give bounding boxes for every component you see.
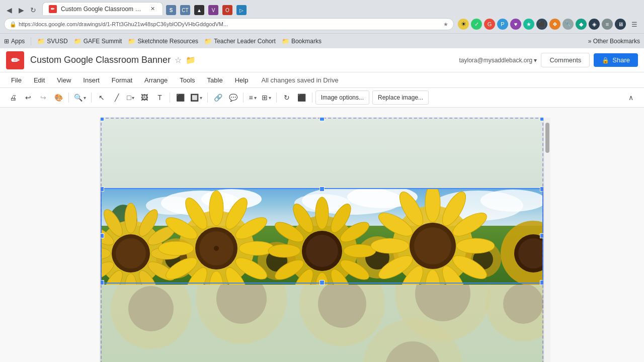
bookmark-svusd[interactable]: 📁 SVUSD [37,38,67,45]
toolbar-sep-4 [207,93,208,103]
address-bar[interactable]: 🔒 https://docs.google.com/drawings/d/1-R… [4,18,454,30]
line-button[interactable]: ╱ [110,90,124,105]
gdocs-titlebar: ✏ Custom Google Classroom Banner ☆ 📁 tay… [0,48,644,72]
folder-location-icon[interactable]: 📁 [186,55,196,65]
redo-button[interactable]: ↪ [36,90,50,105]
bookmark-sketchnote[interactable]: 📁 Sketchnote Resources [128,38,198,45]
svg-point-62 [209,191,223,226]
active-tab[interactable]: ✏ Custom Google Classroom Banner ✕ [42,2,163,15]
folder-icon-5: 📁 [282,38,289,45]
scrollbar-thumb[interactable] [545,123,549,153]
browser-chrome: ◀ ▶ ↻ ✏ Custom Google Classroom Banner ✕… [0,0,644,48]
bookmarks-bar: ⊞ Apps 📁 SVUSD 📁 GAFE Summit 📁 Sketchnot… [0,33,644,48]
refresh-button[interactable]: ↻ [28,5,38,15]
menu-arrange[interactable]: Arrange [139,74,173,86]
apps-label: Apps [11,38,25,45]
document-title[interactable]: Custom Google Classroom Banner [30,55,171,65]
svg-point-28 [116,238,146,268]
share-button[interactable]: 🔒 Share [594,53,638,67]
other-bookmarks[interactable]: » Other Bookmarks [588,38,640,45]
bookmark-svusd-label: SVUSD [47,38,67,45]
menu-edit[interactable]: Edit [29,74,50,86]
paintformat-button[interactable]: 🎨 [51,90,65,105]
bookmark-sketchnote-label: Sketchnote Resources [137,38,198,45]
save-status: All changes saved in Drive [261,76,338,84]
selected-image [101,188,543,285]
svg-point-83 [268,244,300,257]
zoom-arrow: ▾ [84,95,86,101]
svg-point-95 [371,238,409,253]
comments-button[interactable]: Comments [541,53,590,67]
browser-menu-button[interactable]: ☰ [629,19,640,30]
share-label: Share [612,56,630,64]
toolbar-sep-7 [312,93,312,103]
alttext-button[interactable]: 💬 [226,90,240,105]
image-button[interactable]: 🖼 [137,90,151,105]
svg-point-7 [318,280,366,328]
bookmark-gafe[interactable]: 📁 GAFE Summit [74,38,122,45]
gdocs-logo: ✏ [6,51,24,69]
star-icon[interactable]: ☆ [175,55,182,65]
shapes-dropdown[interactable]: □ ▾ [125,90,136,105]
svg-point-3 [128,286,174,331]
link-button[interactable]: 🔗 [211,90,225,105]
forward-button[interactable]: ▶ [16,5,26,15]
toolbar-sep-1 [68,93,69,103]
mask-arrow: ▾ [200,95,202,101]
shapes-icon: □ [127,94,131,102]
svg-point-86 [425,188,440,222]
textbox-button[interactable]: T [152,90,167,105]
gdocs-user-section: taylora@mysaddleback.org Comments 🔒 Shar… [459,53,638,67]
menu-insert[interactable]: Insert [78,74,105,86]
browser-actions: ☀ ✓ G P ♥ ★ ⬛ ❖ 🔧 ◆ ◈ ≡ 🖥 ☰ [458,19,640,30]
zoom-dropdown[interactable]: 🔍 ▾ [72,90,88,105]
transform-button[interactable]: ⬛ [295,90,309,105]
border-arrow: ▾ [254,95,257,101]
svg-point-38 [414,227,451,264]
undo-button[interactable]: ↩ [21,90,35,105]
bookmark-teacher[interactable]: 📁 Teacher Leader Cohort [204,38,276,45]
page-container [101,118,543,362]
menu-tools[interactable]: Tools [175,74,200,86]
svg-point-35 [306,235,338,267]
drawing-canvas[interactable] [101,118,543,362]
border-dropdown[interactable]: ≡ ▾ [247,90,258,105]
menu-table[interactable]: Table [202,74,228,86]
folder-icon-3: 📁 [128,38,135,45]
replace-image-button[interactable]: Replace image... [372,90,429,105]
mask-dropdown[interactable]: 🔲 ▾ [188,90,204,105]
print-button[interactable]: 🖨 [6,90,20,105]
svg-point-89 [456,238,495,253]
tab-close-button[interactable]: ✕ [148,5,156,13]
svg-point-22 [480,190,543,212]
bookmark-bookmarks[interactable]: 📁 Bookmarks [282,38,321,45]
menu-format[interactable]: Format [107,74,137,86]
arrange-icon: ⊞ [262,94,268,102]
select-button[interactable]: ↖ [95,90,109,105]
folder-icon-4: 📁 [204,38,212,45]
gdocs-title-row: Custom Google Classroom Banner ☆ 📁 [30,55,459,65]
menu-help[interactable]: Help [230,74,254,86]
tab-bar: ◀ ▶ ↻ ✏ Custom Google Classroom Banner ✕… [0,0,644,15]
arrange-dropdown[interactable]: ⊞ ▾ [260,90,273,105]
gdocs-logo-letter: ✏ [11,54,20,66]
menu-view[interactable]: View [52,74,76,86]
folder-icon: 📁 [37,38,45,45]
svg-point-50 [125,203,137,233]
back-button[interactable]: ◀ [4,5,14,15]
scrollbar-vertical[interactable] [544,118,550,362]
user-email[interactable]: taylora@mysaddleback.org [459,57,537,64]
collapse-toolbar-button[interactable]: ∧ [624,90,638,105]
sunflower-svg [101,188,543,285]
rotate-button[interactable]: ↻ [280,90,294,105]
bookmark-gafe-label: GAFE Summit [84,38,122,45]
canvas-content [0,108,644,362]
image-options-button[interactable]: Image options... [315,90,369,105]
toolbar-sep-2 [91,93,92,103]
gdocs-canvas[interactable] [0,108,644,362]
menu-file[interactable]: File [6,74,27,86]
browser-address-bar-row: 🔒 https://docs.google.com/drawings/d/1-R… [0,15,644,33]
bookmark-apps[interactable]: ⊞ Apps [4,38,25,45]
share-icon: 🔒 [602,57,609,64]
crop-button[interactable]: ⬛ [173,90,187,105]
